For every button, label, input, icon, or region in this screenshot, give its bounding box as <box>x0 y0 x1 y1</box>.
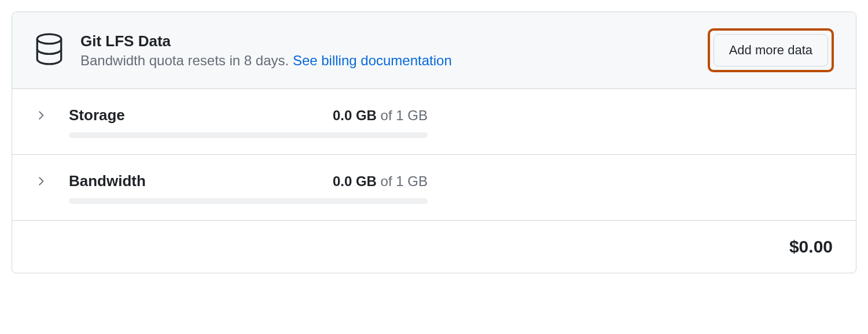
progress-bar <box>69 198 428 204</box>
card-header: Git LFS Data Bandwidth quota resets in 8… <box>12 12 856 89</box>
total-amount: $0.00 <box>789 237 833 256</box>
usage-of: of 1 GB <box>377 173 428 189</box>
usage-content: Bandwidth 0.0 GB of 1 GB <box>69 172 428 204</box>
usage-value: 0.0 GB of 1 GB <box>333 107 428 124</box>
usage-of: of 1 GB <box>377 107 428 123</box>
git-lfs-data-card: Git LFS Data Bandwidth quota resets in 8… <box>12 12 856 273</box>
progress-bar <box>69 132 428 138</box>
usage-value: 0.0 GB of 1 GB <box>333 173 428 190</box>
usage-top: Storage 0.0 GB of 1 GB <box>69 106 428 124</box>
svg-point-0 <box>37 34 61 44</box>
chevron-right-icon[interactable] <box>35 110 47 124</box>
card-title: Git LFS Data <box>80 32 708 50</box>
usage-label: Bandwidth <box>69 172 146 190</box>
usage-row-storage: Storage 0.0 GB of 1 GB <box>12 89 856 155</box>
database-icon <box>34 32 64 68</box>
subtitle-text: Bandwidth quota resets in 8 days. <box>80 53 293 68</box>
usage-used: 0.0 GB <box>333 107 377 123</box>
chevron-right-icon[interactable] <box>35 176 47 190</box>
usage-top: Bandwidth 0.0 GB of 1 GB <box>69 172 428 190</box>
card-footer: $0.00 <box>12 221 856 273</box>
billing-docs-link[interactable]: See billing documentation <box>293 53 452 68</box>
add-more-data-button[interactable]: Add more data <box>713 34 828 66</box>
usage-label: Storage <box>69 106 125 124</box>
usage-used: 0.0 GB <box>333 173 377 189</box>
card-subtitle: Bandwidth quota resets in 8 days. See bi… <box>80 53 708 69</box>
add-more-data-highlight: Add more data <box>708 28 834 72</box>
usage-row-bandwidth: Bandwidth 0.0 GB of 1 GB <box>12 155 856 221</box>
header-text: Git LFS Data Bandwidth quota resets in 8… <box>80 32 708 69</box>
usage-content: Storage 0.0 GB of 1 GB <box>69 106 428 138</box>
